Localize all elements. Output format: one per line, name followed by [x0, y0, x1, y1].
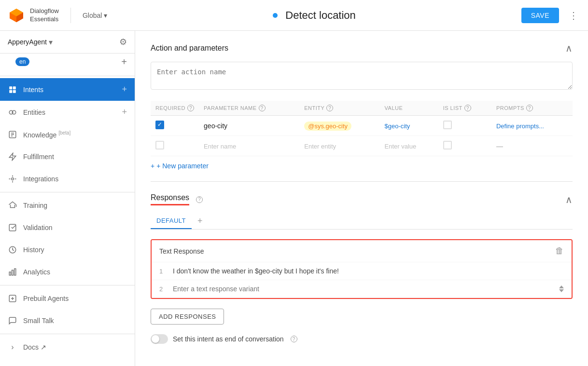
- global-selector[interactable]: Global ▾: [83, 12, 107, 19]
- sidebar-fulfillment-label: Fulfillment: [23, 153, 127, 161]
- svg-rect-7: [13, 90, 16, 93]
- entity-help-icon[interactable]: ?: [326, 105, 333, 111]
- more-options-icon[interactable]: ⋮: [567, 8, 580, 23]
- smalltalk-icon: [8, 316, 17, 325]
- response-arrows: [559, 285, 564, 292]
- islist-help-icon[interactable]: ?: [464, 105, 471, 111]
- sidebar-divider: [0, 76, 135, 76]
- agent-name: ApperyAgent ▾: [8, 38, 53, 47]
- islist-checkbox[interactable]: [443, 121, 452, 129]
- responses-help-icon[interactable]: ?: [196, 196, 203, 203]
- entity-cell: @sys.geo-city: [299, 116, 379, 136]
- topbar-divider: [70, 8, 71, 23]
- sidebar: ApperyAgent ▾ ⚙ en + Intents + Entities …: [0, 31, 135, 366]
- required-checkbox-empty[interactable]: [155, 141, 164, 149]
- sidebar-item-validation[interactable]: Validation: [0, 217, 135, 239]
- sidebar-item-entities[interactable]: Entities +: [0, 101, 135, 123]
- sidebar-item-prebuilt[interactable]: Prebuilt Agents: [0, 287, 135, 310]
- intents-icon: [8, 85, 17, 95]
- value-cell-empty[interactable]: Enter value: [380, 136, 438, 156]
- sidebar-docs-label: Docs ↗: [23, 343, 127, 351]
- new-parameter-plus: +: [151, 162, 154, 170]
- islist-checkbox-empty[interactable]: [443, 141, 452, 149]
- required-cell[interactable]: [151, 116, 199, 136]
- islist-cell-empty[interactable]: [438, 136, 491, 156]
- param-name-help-icon[interactable]: ?: [259, 105, 266, 111]
- required-cell-empty[interactable]: [151, 136, 199, 156]
- param-name-cell-empty[interactable]: Enter name: [199, 136, 299, 156]
- required-checkbox[interactable]: [155, 121, 164, 129]
- agent-row: ApperyAgent ▾ ⚙: [0, 31, 135, 54]
- svg-rect-4: [9, 86, 12, 89]
- status-dot: [273, 13, 278, 18]
- end-conversation-help-icon[interactable]: ?: [291, 336, 297, 342]
- value-header: VALUE: [380, 101, 438, 116]
- end-conversation-toggle[interactable]: [151, 334, 168, 344]
- svg-rect-5: [13, 86, 16, 89]
- sidebar-smalltalk-label: Small Talk: [23, 317, 127, 325]
- action-name-input[interactable]: [151, 62, 573, 90]
- sidebar-item-smalltalk[interactable]: Small Talk: [0, 310, 135, 332]
- new-parameter-link[interactable]: + + New parameter: [151, 162, 573, 170]
- add-entity-icon[interactable]: +: [122, 107, 127, 117]
- parameters-table: REQUIRED ? PARAMETER NAME ? ENTITY ? VAL…: [151, 101, 573, 156]
- value-cell: $geo-city: [380, 116, 438, 136]
- end-conversation-label: Set this intent as end of conversation: [173, 335, 284, 343]
- svg-rect-19: [12, 270, 14, 275]
- sidebar-history-label: History: [23, 246, 127, 254]
- value-value: $geo-city: [385, 122, 410, 130]
- sidebar-item-history[interactable]: History: [0, 239, 135, 261]
- sidebar-prebuilt-label: Prebuilt Agents: [23, 295, 127, 302]
- prompts-cell[interactable]: Define prompts...: [491, 116, 573, 136]
- arrow-down-icon[interactable]: [559, 289, 564, 292]
- responses-collapse-icon[interactable]: ∧: [565, 194, 573, 205]
- topbar: Dialogflow Essentials Global ▾ Detect lo…: [0, 0, 588, 31]
- response-text-1[interactable]: I don't know the weather in $geo-city bu…: [173, 267, 564, 275]
- responses-title: Responses: [151, 193, 189, 205]
- app-logo: Dialogflow Essentials: [8, 7, 59, 24]
- fulfillment-icon: [8, 152, 17, 162]
- sidebar-item-knowledge[interactable]: Knowledge [beta]: [0, 123, 135, 146]
- add-responses-button[interactable]: ADD RESPONSES: [151, 309, 224, 325]
- sidebar-item-docs[interactable]: › Docs ↗: [0, 336, 135, 358]
- define-prompts-link[interactable]: Define prompts...: [496, 122, 544, 130]
- action-params-collapse-icon[interactable]: ∧: [565, 42, 573, 54]
- arrow-up-icon[interactable]: [559, 285, 564, 288]
- default-tab[interactable]: DEFAULT: [151, 213, 192, 229]
- chevron-down-icon: ▾: [104, 12, 107, 19]
- sidebar-item-fulfillment[interactable]: Fulfillment: [0, 146, 135, 168]
- param-name-header: PARAMETER NAME ?: [199, 101, 299, 116]
- chevron-down-icon: ▾: [49, 38, 53, 47]
- sidebar-item-intents[interactable]: Intents +: [0, 78, 135, 101]
- text-response-box: Text Response 🗑 1 I don't know the weath…: [151, 239, 573, 299]
- islist-cell[interactable]: [438, 116, 491, 136]
- entity-placeholder: Enter entity: [304, 143, 336, 150]
- sidebar-intents-label: Intents: [23, 86, 116, 94]
- add-language-icon[interactable]: +: [121, 56, 127, 68]
- svg-rect-20: [14, 269, 16, 275]
- action-params-header: Action and parameters ∧: [151, 42, 573, 54]
- responses-tab-row: DEFAULT +: [151, 213, 573, 230]
- save-button[interactable]: SAVE: [521, 8, 559, 23]
- response-input-2[interactable]: [173, 285, 553, 293]
- delete-response-icon[interactable]: 🗑: [555, 246, 564, 256]
- prompts-help-icon[interactable]: ?: [526, 105, 533, 111]
- required-help-icon[interactable]: ?: [187, 105, 194, 111]
- entity-cell-empty[interactable]: Enter entity: [299, 136, 379, 156]
- training-icon: [8, 201, 17, 210]
- sidebar-divider-4: [0, 334, 135, 334]
- language-badge[interactable]: en: [15, 57, 29, 66]
- history-icon: [8, 245, 17, 255]
- settings-icon[interactable]: ⚙: [119, 37, 127, 47]
- value-placeholder: Enter value: [385, 143, 417, 150]
- add-tab-icon[interactable]: +: [196, 214, 205, 228]
- islist-header: IS LIST ?: [438, 101, 491, 116]
- add-intent-icon[interactable]: +: [122, 84, 127, 95]
- response-row-1: 1 I don't know the weather in $geo-city …: [152, 262, 572, 280]
- entity-header: ENTITY ?: [299, 101, 379, 116]
- sidebar-item-integrations[interactable]: Integrations: [0, 168, 135, 190]
- svg-rect-6: [9, 90, 12, 93]
- sidebar-item-analytics[interactable]: Analytics: [0, 261, 135, 283]
- param-name-value: geo-city: [204, 122, 227, 130]
- sidebar-item-training[interactable]: Training: [0, 194, 135, 217]
